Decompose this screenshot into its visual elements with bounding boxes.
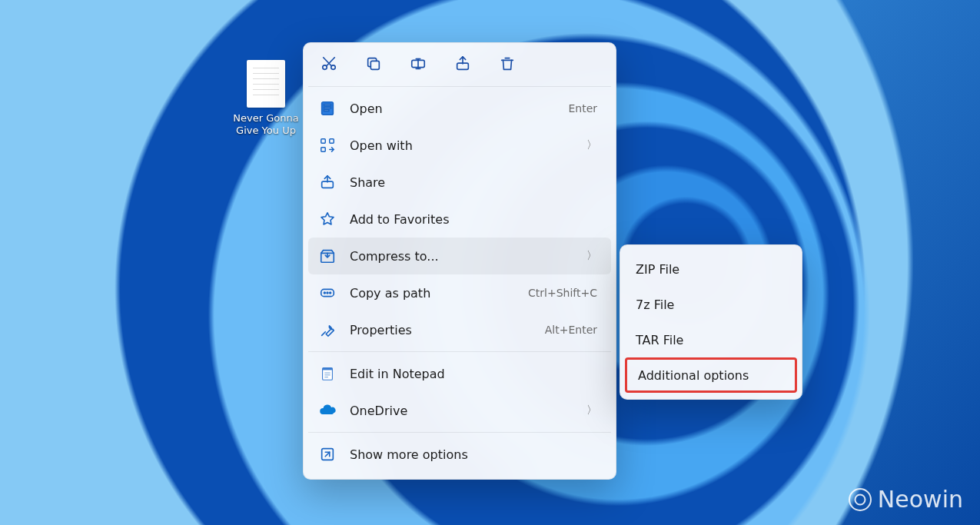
menu-share-label: Share	[350, 175, 597, 190]
menu-open-with-label: Open with	[350, 138, 580, 153]
context-menu: Open Enter Open with 〉 Share Add to Favo…	[303, 42, 616, 480]
menu-properties[interactable]: Properties Alt+Enter	[308, 311, 611, 348]
notepad-icon	[317, 364, 337, 384]
submenu-tar-label: TAR File	[636, 333, 786, 347]
delete-icon	[499, 55, 516, 72]
svg-rect-6	[324, 105, 331, 106]
text-file-icon	[247, 60, 285, 108]
menu-copy-path-label: Copy as path	[350, 286, 528, 301]
neowin-logo-icon	[849, 488, 872, 511]
show-more-icon	[317, 444, 337, 464]
svg-rect-18	[323, 368, 333, 370]
menu-copy-path[interactable]: Copy as path Ctrl+Shift+C	[308, 274, 611, 311]
rename-button[interactable]	[408, 54, 428, 74]
menu-show-more-label: Show more options	[350, 447, 597, 462]
svg-rect-2	[370, 61, 379, 69]
chevron-right-icon: 〉	[586, 249, 597, 263]
context-toolbar	[308, 49, 611, 83]
separator	[308, 432, 611, 433]
svg-rect-10	[330, 139, 334, 144]
menu-properties-label: Properties	[350, 323, 545, 337]
submenu-zip-label: ZIP File	[636, 262, 786, 277]
svg-point-14	[324, 292, 325, 294]
menu-edit-notepad[interactable]: Edit in Notepad	[308, 355, 611, 392]
svg-rect-11	[321, 148, 326, 152]
svg-rect-8	[324, 110, 328, 111]
svg-rect-9	[321, 139, 326, 144]
menu-compress[interactable]: Compress to... 〉	[308, 238, 611, 274]
open-with-icon	[317, 135, 337, 155]
compress-icon	[317, 246, 337, 266]
submenu-additional-label: Additional options	[638, 368, 784, 383]
submenu-zip[interactable]: ZIP File	[625, 251, 797, 287]
copy-path-icon	[317, 283, 337, 303]
menu-open-shortcut: Enter	[568, 102, 597, 115]
separator	[308, 351, 611, 352]
rename-icon	[410, 55, 427, 72]
menu-edit-notepad-label: Edit in Notepad	[350, 367, 597, 381]
watermark: Neowin	[849, 486, 963, 513]
cut-button[interactable]	[319, 54, 339, 74]
copy-button[interactable]	[364, 54, 384, 74]
open-icon	[317, 98, 337, 118]
menu-open-label: Open	[350, 101, 568, 116]
onedrive-icon	[317, 400, 337, 420]
cut-icon	[321, 55, 337, 72]
desktop-file-label: Never Gonna Give You Up	[229, 112, 303, 138]
delete-button[interactable]	[497, 54, 517, 74]
menu-compress-label: Compress to...	[350, 249, 580, 264]
share-icon	[454, 55, 471, 72]
submenu-7z[interactable]: 7z File	[625, 287, 797, 322]
menu-open-with[interactable]: Open with 〉	[308, 127, 611, 164]
menu-onedrive-label: OneDrive	[350, 404, 580, 418]
submenu-tar[interactable]: TAR File	[625, 322, 797, 357]
menu-open[interactable]: Open Enter	[308, 90, 611, 127]
menu-onedrive[interactable]: OneDrive 〉	[308, 392, 611, 429]
separator	[308, 86, 611, 87]
share-button[interactable]	[453, 54, 473, 74]
wrench-icon	[317, 320, 337, 340]
menu-favorites-label: Add to Favorites	[350, 212, 597, 227]
menu-properties-shortcut: Alt+Enter	[545, 324, 597, 336]
menu-show-more[interactable]: Show more options	[308, 436, 611, 473]
watermark-text: Neowin	[878, 486, 963, 513]
svg-point-15	[327, 292, 328, 294]
copy-icon	[365, 55, 382, 72]
submenu-additional-options[interactable]: Additional options	[625, 357, 797, 393]
chevron-right-icon: 〉	[586, 138, 597, 152]
svg-rect-7	[324, 107, 331, 108]
svg-point-16	[330, 292, 331, 294]
menu-copy-path-shortcut: Ctrl+Shift+C	[528, 287, 597, 299]
star-icon	[317, 209, 337, 229]
share-menu-icon	[317, 172, 337, 192]
submenu-7z-label: 7z File	[636, 297, 786, 312]
desktop-file[interactable]: Never Gonna Give You Up	[229, 60, 303, 138]
menu-share[interactable]: Share	[308, 164, 611, 201]
chevron-right-icon: 〉	[586, 404, 597, 417]
compress-submenu: ZIP File 7z File TAR File Additional opt…	[620, 244, 802, 400]
menu-favorites[interactable]: Add to Favorites	[308, 201, 611, 238]
